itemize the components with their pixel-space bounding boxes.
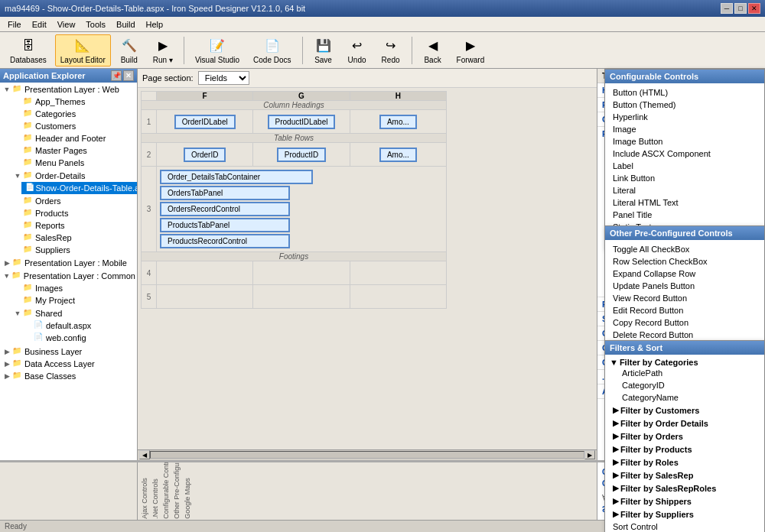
filter-suppliers-row[interactable]: ▶ Filter by Suppliers (610, 508, 760, 521)
scroll-right-btn[interactable]: ▶ (584, 450, 595, 459)
databases-btn[interactable]: 🗄 Databases (5, 34, 52, 66)
filter-roles-row[interactable]: ▶ Filter by Roles (610, 456, 760, 469)
filter-order-details-row[interactable]: ▶ Filter by Order Details (610, 417, 760, 430)
cc-button-html[interactable]: Button (HTML) (610, 86, 760, 99)
amount-label-control[interactable]: Amo... (379, 115, 417, 129)
cell-5-f[interactable] (157, 285, 253, 309)
menu-build[interactable]: Build (112, 19, 139, 30)
orderid-control[interactable]: OrderID (184, 148, 226, 162)
window-controls[interactable]: ─ □ ✕ (721, 3, 760, 14)
fs-articlepath[interactable]: ArticlePath (610, 367, 760, 379)
opc-delete-record[interactable]: Delete Record Button (610, 329, 760, 341)
cell-1-f[interactable]: OrderIDLabel (157, 110, 253, 134)
products-tab-panel[interactable]: ProductsTabPanel (160, 218, 290, 232)
build-btn[interactable]: 🔨 Build (114, 34, 145, 66)
grid-area[interactable]: F G H Column Headings 1 (138, 88, 597, 449)
tree-item-mobile[interactable]: ▶ 📁 Presentation Layer : Mobile (0, 257, 137, 269)
order-details-tab-container[interactable]: Order_DetailsTabContainer (160, 170, 313, 184)
cc-image[interactable]: Image (610, 123, 760, 135)
cell-2-f[interactable]: OrderID (157, 143, 253, 167)
tree-item-suppliers[interactable]: 📁 Suppliers (11, 244, 137, 256)
cc-hyperlink[interactable]: Hyperlink (610, 111, 760, 123)
cell-4-h[interactable] (350, 261, 446, 285)
scroll-left-btn[interactable]: ◀ (139, 450, 150, 459)
redo-btn[interactable]: ↪ Redo (376, 34, 406, 66)
opc-copy-record[interactable]: Copy Record Button (610, 316, 760, 329)
filter-customers-row[interactable]: ▶ Filter by Customers (610, 404, 760, 417)
section-select[interactable]: Fields Header Footer (198, 71, 249, 85)
cell-2-h[interactable]: Amo... (350, 143, 446, 167)
tree-item-webconfig[interactable]: 📄 web.config (21, 332, 137, 344)
editor-hscrollbar[interactable]: ◀ ▶ (138, 449, 597, 460)
orders-record-control[interactable]: OrdersRecordControl (160, 202, 290, 216)
products-record-control[interactable]: ProductsRecordControl (160, 234, 290, 248)
cell-4-f[interactable] (157, 261, 253, 285)
filter-salesrep-row[interactable]: ▶ Filter by SalesRep (610, 469, 760, 482)
tree-item-masterpages[interactable]: 📁 Master Pages (11, 144, 137, 157)
tree-item-customers[interactable]: 📁 Customers (11, 120, 137, 132)
cc-literal[interactable]: Literal (610, 184, 760, 196)
tree-item-default[interactable]: 📄 default.aspx (21, 320, 137, 332)
opc-toggle-all[interactable]: Toggle All CheckBox (610, 243, 760, 255)
panel-close-btn[interactable]: ✕ (123, 70, 134, 81)
tree-item-show-od-table[interactable]: 📄 Show-Order-Details-Table.as (21, 182, 137, 194)
cc-panel-title[interactable]: Panel Title (610, 209, 760, 221)
scroll-track[interactable] (150, 451, 584, 459)
menu-tools[interactable]: Tools (81, 19, 110, 30)
tree-item-myproject[interactable]: 📁 My Project (11, 294, 137, 307)
filter-products-row[interactable]: ▶ Filter by Products (610, 443, 760, 456)
tree-item-shared[interactable]: ▼ 📁 Shared (11, 307, 137, 320)
opc-update-panels[interactable]: Update Panels Button (610, 280, 760, 292)
filter-categories-row[interactable]: ▼ Filter by Categories (610, 358, 760, 367)
tree-item-reports[interactable]: 📁 Reports (11, 219, 137, 232)
visual-studio-btn[interactable]: 📝 Visual Studio (190, 34, 245, 66)
panel-header-buttons[interactable]: 📌 ✕ (111, 70, 134, 81)
menu-edit[interactable]: Edit (28, 19, 51, 30)
tree-item-baseclasses[interactable]: ▶ 📁 Base Classes (0, 370, 137, 382)
amo-control[interactable]: Amo... (379, 148, 417, 162)
tree-item-orderdetails[interactable]: ▼ 📁 Order-Details (11, 170, 137, 182)
panel-pin-btn[interactable]: 📌 (111, 70, 122, 81)
tree-item-categories[interactable]: 📁 Categories (11, 108, 137, 120)
tree-item-images[interactable]: 📁 Images (11, 282, 137, 294)
menu-file[interactable]: File (3, 19, 26, 30)
layout-editor-btn[interactable]: 📐 Layout Editor (55, 34, 111, 66)
cell-3-main[interactable]: Order_DetailsTabContainer OrdersTabPanel… (157, 167, 447, 252)
menu-help[interactable]: Help (142, 19, 168, 30)
code-docs-btn[interactable]: 📄 Code Docs (248, 34, 296, 66)
maximize-btn[interactable]: □ (734, 3, 747, 14)
save-btn[interactable]: 💾 Save (308, 34, 339, 66)
fs-categoryname[interactable]: CategoryName (610, 391, 760, 404)
productid-control[interactable]: ProductID (277, 148, 326, 162)
cell-1-g[interactable]: ProductIDLabel (253, 110, 350, 134)
cc-literal-html[interactable]: Literal HTML Text (610, 196, 760, 209)
tree-item-business[interactable]: ▶ 📁 Business Layer (0, 345, 137, 358)
cc-image-button[interactable]: Image Button (610, 135, 760, 148)
minimize-btn[interactable]: ─ (721, 3, 733, 14)
tree-item-headerfooter[interactable]: 📁 Header and Footer (11, 132, 137, 144)
tree-item-common[interactable]: ▼ 📁 Presentation Layer : Common (0, 270, 137, 282)
filter-orders-row[interactable]: ▶ Filter by Orders (610, 430, 760, 443)
forward-btn[interactable]: ▶ Forward (451, 34, 490, 66)
close-btn[interactable]: ✕ (748, 3, 760, 14)
fs-sort-control[interactable]: Sort Control (610, 521, 760, 532)
cell-5-h[interactable] (350, 285, 446, 309)
opc-expand-collapse[interactable]: Expand Collapse Row (610, 268, 760, 280)
cell-2-g[interactable]: ProductID (253, 143, 350, 167)
tree-item-products[interactable]: 📁 Products (11, 207, 137, 219)
back-btn[interactable]: ◀ Back (418, 34, 448, 66)
tree-item-orders[interactable]: 📁 Orders (11, 195, 137, 207)
cc-link-button[interactable]: Link Button (610, 172, 760, 184)
cell-5-g[interactable] (253, 285, 350, 309)
undo-btn[interactable]: ↩ Undo (342, 34, 373, 66)
opc-row-selection[interactable]: Row Selection CheckBox (610, 255, 760, 268)
opc-edit-record[interactable]: Edit Record Button (610, 304, 760, 316)
fs-categoryid[interactable]: CategoryID (610, 379, 760, 391)
menu-view[interactable]: View (53, 19, 80, 30)
tree-item-appthemes[interactable]: 📁 App_Themes (11, 96, 137, 108)
filter-shippers-row[interactable]: ▶ Filter by Shippers (610, 495, 760, 508)
filter-salesreproles-row[interactable]: ▶ Filter by SalesRepRoles (610, 482, 760, 495)
cell-4-g[interactable] (253, 261, 350, 285)
expand-web[interactable]: ▼ (2, 84, 12, 95)
tree-item-salesrep[interactable]: 📁 SalesRep (11, 232, 137, 244)
